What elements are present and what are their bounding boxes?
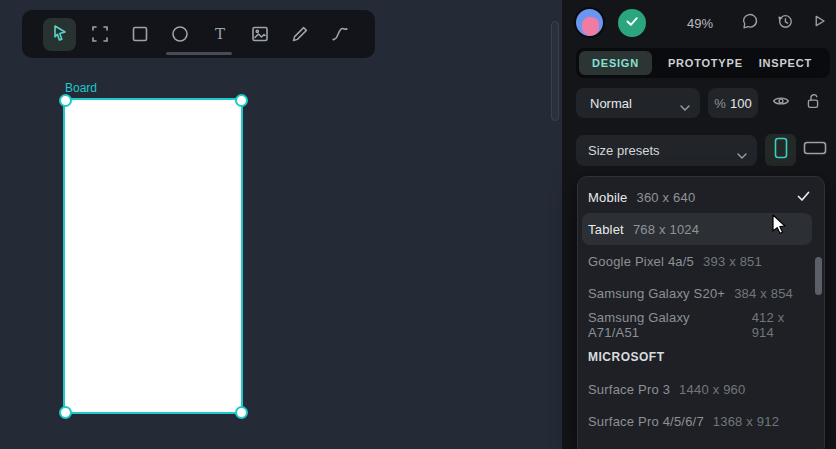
tab-prototype[interactable]: PROTOTYPE — [668, 57, 743, 69]
dropdown-scrollbar[interactable] — [815, 257, 822, 295]
history-button[interactable] — [774, 12, 796, 34]
avatar-face — [582, 17, 599, 36]
panel-tabbar: DESIGN PROTOTYPE INSPECT — [576, 48, 830, 78]
preset-dims: 412 x 914 — [752, 310, 810, 340]
size-presets-select[interactable]: Size presets — [576, 135, 757, 166]
board-tool-button[interactable] — [83, 18, 116, 51]
tab-design[interactable]: DESIGN — [579, 51, 652, 75]
preset-dims: 360 x 640 — [637, 190, 696, 205]
tab-inspect[interactable]: INSPECT — [759, 57, 812, 69]
mouse-cursor — [770, 213, 790, 240]
path-tool-button[interactable] — [323, 18, 356, 51]
blend-mode-select[interactable]: Normal — [576, 88, 700, 118]
preset-option-partial[interactable]: ReMarkable — [578, 437, 824, 449]
board-name-label[interactable]: Board — [65, 81, 97, 95]
ellipse-icon — [168, 22, 192, 46]
comments-button[interactable] — [739, 12, 761, 34]
eye-icon — [770, 90, 792, 116]
board-shape[interactable] — [65, 100, 241, 412]
right-sidebar: 49% DESIGN PROTOTYPE INSPECT Normal % 10… — [562, 0, 836, 449]
opacity-value: 100 — [730, 96, 752, 111]
select-tool-button[interactable] — [43, 18, 76, 51]
blend-mode-value: Normal — [590, 96, 632, 111]
size-presets-label: Size presets — [588, 143, 660, 158]
pencil-tool-button[interactable] — [283, 18, 316, 51]
board-frame-icon — [88, 22, 112, 46]
phone-landscape-icon — [802, 140, 828, 160]
image-icon — [248, 22, 272, 46]
text-tool-button[interactable]: T — [203, 18, 236, 51]
pencil-icon — [288, 22, 312, 46]
orientation-portrait-button[interactable] — [765, 134, 796, 166]
cursor-select-icon — [48, 22, 72, 46]
preset-option-galaxy-a71[interactable]: Samsung Galaxy A71/A51 412 x 914 — [578, 309, 824, 341]
history-clock-icon — [774, 10, 796, 36]
preset-option-surface-pro-3[interactable]: Surface Pro 3 1440 x 960 — [578, 373, 824, 405]
lock-toggle[interactable] — [801, 91, 825, 115]
check-icon — [797, 190, 810, 205]
rectangle-tool-button[interactable] — [123, 18, 156, 51]
preset-dims: 393 x 851 — [703, 254, 762, 269]
svg-text:T: T — [214, 25, 224, 43]
zoom-level[interactable]: 49% — [680, 16, 720, 31]
visibility-toggle[interactable] — [769, 91, 793, 115]
play-icon — [808, 10, 830, 36]
check-circle-icon — [620, 9, 644, 37]
preset-name: Samsung Galaxy A71/A51 — [588, 310, 743, 340]
tool-toolbar: T — [22, 10, 375, 58]
rectangle-icon — [128, 22, 152, 46]
preset-name: ReMarkable — [588, 446, 660, 449]
comment-bubble-icon — [739, 10, 761, 36]
preset-dims: 1440 x 960 — [679, 382, 745, 397]
preset-name: Samsung Galaxy S20+ — [588, 286, 725, 301]
preset-dims: 384 x 854 — [734, 286, 793, 301]
resize-handle-bottom-left[interactable] — [59, 406, 72, 419]
orientation-landscape-button[interactable] — [799, 134, 830, 166]
image-tool-button[interactable] — [243, 18, 276, 51]
canvas-vertical-scrollbar[interactable] — [551, 21, 559, 121]
toolbar-drag-handle[interactable] — [166, 52, 232, 55]
chevron-down-icon — [737, 148, 747, 163]
preset-option-surface-pro-4567[interactable]: Surface Pro 4/5/6/7 1368 x 912 — [578, 405, 824, 437]
present-play-button[interactable] — [808, 12, 830, 34]
saved-status-badge — [618, 9, 646, 37]
resize-handle-bottom-right[interactable] — [235, 406, 248, 419]
resize-handle-top-right[interactable] — [235, 94, 248, 107]
ellipse-tool-button[interactable] — [163, 18, 196, 51]
opacity-input[interactable]: % 100 — [708, 88, 758, 118]
resize-handle-top-left[interactable] — [59, 94, 72, 107]
preset-option-google-pixel[interactable]: Google Pixel 4a/5 393 x 851 — [578, 245, 824, 277]
preset-name: Surface Pro 4/5/6/7 — [588, 414, 704, 429]
preset-section-microsoft: MICROSOFT — [578, 341, 824, 373]
preset-option-galaxy-s20[interactable]: Samsung Galaxy S20+ 384 x 854 — [578, 277, 824, 309]
preset-name: Tablet — [588, 222, 624, 237]
preset-dims: 768 x 1024 — [633, 222, 699, 237]
app-window: T Board 49% — [0, 0, 836, 449]
text-tool-icon: T — [208, 22, 232, 46]
preset-option-mobile[interactable]: Mobile 360 x 640 — [578, 181, 824, 213]
preset-dims: 1368 x 912 — [713, 414, 779, 429]
preset-name: Surface Pro 3 — [588, 382, 670, 397]
unlock-icon — [802, 90, 824, 116]
percent-symbol: % — [714, 96, 726, 111]
preset-name: Mobile — [588, 190, 628, 205]
preset-name: Google Pixel 4a/5 — [588, 254, 694, 269]
chevron-down-icon — [680, 100, 690, 115]
curve-path-icon — [328, 22, 352, 46]
phone-portrait-icon — [773, 136, 789, 164]
canvas[interactable]: T Board — [0, 0, 562, 449]
user-avatar[interactable] — [574, 7, 605, 38]
